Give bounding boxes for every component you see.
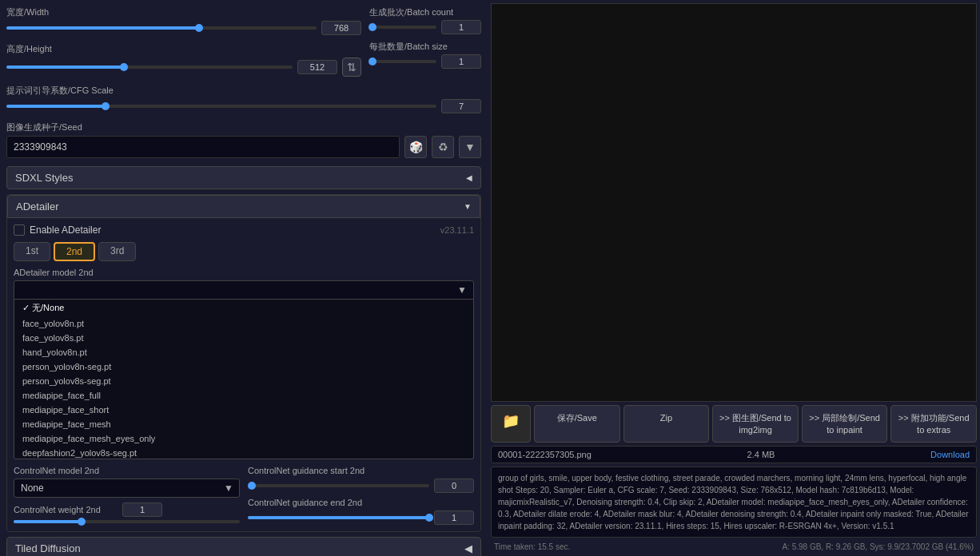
- model-dropdown-list: 无/None face_yolov8n.pt face_yolov8s.pt h…: [14, 300, 474, 459]
- time-taken: Time taken: 15.5 sec.: [494, 542, 570, 551]
- controlnet-end-fill: [248, 516, 429, 519]
- zip-button[interactable]: Zip: [623, 405, 710, 443]
- enable-adetailer-checkbox[interactable]: [14, 224, 25, 236]
- adetailer-inner: Enable ADetailer v23.11.1 1st 2nd 3rd AD…: [7, 218, 480, 531]
- right-panel: 📁 保存/Save Zip >> 图生图/Send to img2img >> …: [488, 0, 980, 556]
- width-thumb[interactable]: [195, 24, 203, 32]
- sdxl-styles-label: SDXL Styles: [15, 172, 74, 184]
- width-fill: [6, 26, 199, 30]
- cfg-group: 提示词引导系数/CFG Scale 7: [6, 85, 481, 113]
- height-track[interactable]: [6, 66, 293, 69]
- model-dropdown-arrow-icon: ▼: [457, 284, 467, 296]
- model-dropdown-header[interactable]: ▼: [14, 280, 474, 300]
- tiled-diffusion-header[interactable]: Tiled Diffusion ◀: [6, 537, 481, 556]
- cfg-value[interactable]: 7: [441, 99, 481, 113]
- adetailer-arrow: ▼: [464, 202, 472, 211]
- batch-count-group: 生成批次/Batch count 1: [369, 6, 481, 34]
- seed-group: 图像生成种子/Seed 🎲 ♻ ▼: [6, 121, 481, 158]
- seed-dice-button[interactable]: 🎲: [404, 136, 427, 158]
- memory-stats: A: 5.98 GB, R: 9.26 GB, Sys: 9.9/23.7002…: [782, 542, 974, 551]
- adetailer-header[interactable]: ADetailer ▼: [7, 195, 480, 218]
- image-info-bar: 00001-2222357305.png 2.4 MB Download: [491, 446, 977, 463]
- adetailer-label: ADetailer: [16, 201, 58, 212]
- controlnet-weight-track[interactable]: [14, 520, 240, 523]
- list-item[interactable]: mediapipe_face_mesh_eyes_only: [14, 431, 473, 446]
- tab-buttons: 1st 2nd 3rd: [14, 242, 474, 261]
- list-item[interactable]: 无/None: [14, 300, 473, 316]
- batch-size-track[interactable]: [369, 60, 436, 63]
- adetailer-section: ADetailer ▼ Enable ADetailer v23.11.1 1s…: [6, 194, 481, 532]
- tab-3rd-button[interactable]: 3rd: [98, 242, 136, 261]
- controlnet-start-value[interactable]: 0: [434, 479, 474, 493]
- send-extras-button[interactable]: >> 附加功能/Send to extras: [890, 405, 977, 443]
- list-item[interactable]: deepfashion2_yolov8s-seg.pt: [14, 446, 473, 459]
- batch-count-value[interactable]: 1: [441, 20, 481, 34]
- controlnet-row: ControlNet model 2nd None ▼ ControlNet w…: [14, 466, 474, 525]
- list-item[interactable]: mediapipe_face_full: [14, 388, 473, 403]
- height-value[interactable]: 512: [297, 60, 337, 74]
- list-item[interactable]: face_yolov8n.pt: [14, 316, 473, 331]
- controlnet-weight-row: ControlNet weight 2nd 1: [14, 502, 240, 517]
- controlnet-start-label: ControlNet guidance start 2nd: [248, 466, 474, 475]
- sdxl-styles-arrow: ◀: [466, 173, 472, 182]
- controlnet-end-thumb[interactable]: [425, 514, 433, 522]
- enable-left: Enable ADetailer: [14, 224, 101, 236]
- seed-label: 图像生成种子/Seed: [6, 121, 481, 133]
- list-item[interactable]: person_yolov8s-seg.pt: [14, 374, 473, 388]
- batch-size-thumb[interactable]: [368, 58, 376, 66]
- tab-2nd-button[interactable]: 2nd: [54, 242, 95, 261]
- width-group: 宽度/Width 768: [6, 6, 361, 35]
- tab-1st-button[interactable]: 1st: [14, 242, 50, 261]
- image-display-area: [491, 3, 977, 402]
- width-track[interactable]: [6, 26, 317, 30]
- batch-count-thumb[interactable]: [368, 23, 376, 31]
- controlnet-model-label: ControlNet model 2nd: [14, 466, 240, 475]
- open-folder-button[interactable]: 📁: [491, 405, 531, 443]
- save-button[interactable]: 保存/Save: [534, 405, 620, 443]
- batch-size-value[interactable]: 1: [441, 54, 481, 69]
- image-filesize: 2.4 MB: [747, 450, 775, 459]
- controlnet-weight-label: ControlNet weight 2nd: [14, 505, 118, 514]
- seed-extra-button[interactable]: ▼: [459, 136, 481, 158]
- batch-size-group: 每批数量/Batch size 1: [369, 41, 481, 69]
- width-value[interactable]: 768: [321, 21, 361, 35]
- list-item[interactable]: person_yolov8n-seg.pt: [14, 359, 473, 374]
- controlnet-weight-thumb[interactable]: [78, 518, 86, 526]
- model-label: ADetailer model 2nd: [14, 268, 474, 277]
- model-dropdown-selected-text: [21, 284, 457, 296]
- send-img2img-button[interactable]: >> 图生图/Send to img2img: [712, 405, 799, 443]
- batch-counts: 生成批次/Batch count 1 每批数量/Batch size: [369, 6, 481, 69]
- controlnet-model-select[interactable]: None: [14, 479, 240, 498]
- height-label: 高度/Height: [6, 43, 361, 55]
- controlnet-weight-fill: [14, 520, 82, 523]
- list-item[interactable]: hand_yolov8n.pt: [14, 345, 473, 359]
- seed-recycle-button[interactable]: ♻: [432, 136, 454, 158]
- controlnet-right: ControlNet guidance start 2nd 0 ControlN…: [248, 466, 474, 525]
- controlnet-model-dropdown: None ▼: [14, 479, 240, 498]
- sdxl-styles-header[interactable]: SDXL Styles ◀: [6, 166, 481, 189]
- controlnet-start-thumb[interactable]: [248, 482, 256, 490]
- tiled-diffusion-arrow: ◀: [464, 542, 472, 554]
- cfg-thumb[interactable]: [102, 102, 110, 110]
- download-link[interactable]: Download: [930, 450, 970, 459]
- send-inpaint-button[interactable]: >> 局部绘制/Send to inpaint: [802, 405, 888, 443]
- controlnet-end-track[interactable]: [248, 516, 429, 519]
- controlnet-end-label: ControlNet guidance end 2nd: [248, 498, 474, 507]
- controlnet-start-track[interactable]: [248, 484, 429, 487]
- controlnet-weight-value[interactable]: 1: [122, 502, 162, 517]
- batch-count-track[interactable]: [369, 26, 436, 29]
- send-extras-label: >> 附加功能/Send to extras: [898, 413, 970, 434]
- list-item[interactable]: mediapipe_face_short: [14, 403, 473, 417]
- zip-label: Zip: [660, 413, 672, 423]
- cfg-track[interactable]: [6, 105, 436, 108]
- send-inpaint-label: >> 局部绘制/Send to inpaint: [809, 413, 880, 434]
- folder-icon: 📁: [495, 412, 527, 431]
- swap-dimensions-button[interactable]: ⇅: [342, 58, 361, 77]
- tiled-diffusion-label: Tiled Diffusion: [15, 542, 81, 554]
- height-thumb[interactable]: [120, 63, 128, 71]
- controlnet-end-value[interactable]: 1: [434, 510, 474, 525]
- adetailer-version: v23.11.1: [440, 225, 474, 235]
- list-item[interactable]: face_yolov8s.pt: [14, 331, 473, 345]
- seed-input[interactable]: [6, 136, 400, 158]
- list-item[interactable]: mediapipe_face_mesh: [14, 417, 473, 431]
